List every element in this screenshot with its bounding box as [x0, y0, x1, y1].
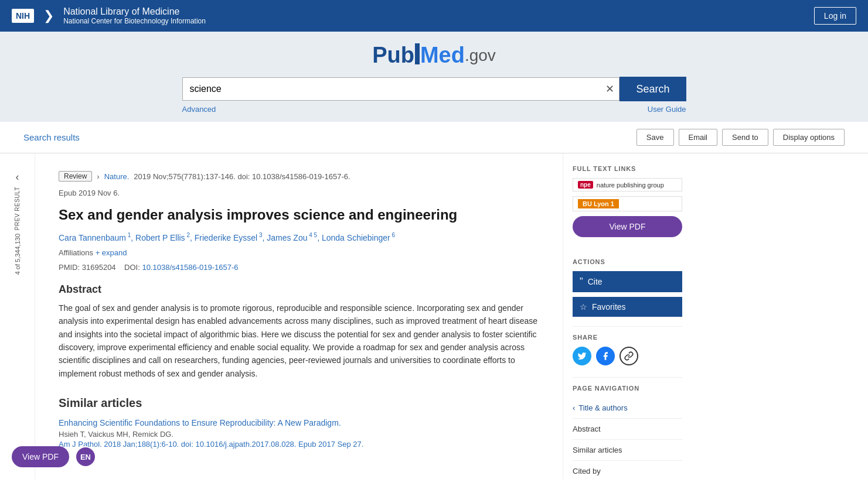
bu-link[interactable]: BU Lyon 1 [573, 196, 682, 211]
share-label: SHARE [573, 334, 682, 341]
search-input-wrap: ✕ [182, 77, 620, 101]
author-cara-tannenbaum[interactable]: Cara Tannenbaum [59, 233, 126, 242]
facebook-share-icon[interactable] [596, 347, 615, 365]
similar-article-1: Enhancing Scientific Foundations to Ensu… [59, 418, 539, 449]
abstract-text: The goal of sex and gender analysis is t… [59, 302, 539, 380]
pubmed-logo-bookmark [414, 42, 420, 69]
cite-button[interactable]: " Cite [573, 271, 682, 292]
nih-arrow-icon: ❯ [43, 8, 54, 23]
clear-search-button[interactable]: ✕ [605, 83, 614, 95]
search-results-breadcrumb[interactable]: Search results [23, 132, 80, 142]
email-button[interactable]: Email [679, 129, 718, 146]
author-friederike-eyssel[interactable]: Friederike Eyssel [195, 233, 257, 242]
advanced-search-link[interactable]: Advanced [182, 105, 216, 114]
nav-similar-label: Similar articles [573, 446, 622, 454]
result-position: 4 of 5,344,130 [14, 234, 21, 275]
login-button[interactable]: Log in [814, 7, 856, 25]
affiliations-row: Affiliations + expand [59, 248, 539, 257]
prev-result-label: PREV RESULT [14, 187, 21, 230]
actions-section: ACTIONS " Cite ☆ Favorites [573, 258, 682, 317]
nav-cited-by[interactable]: Cited by [573, 461, 682, 479]
nav-cited-label: Cited by [573, 467, 601, 475]
nav-similar-articles[interactable]: Similar articles [573, 440, 682, 461]
full-text-links-section: FULL TEXT LINKS npe nature publishing gr… [573, 165, 682, 249]
chevron-left-icon: ‹ [573, 403, 575, 412]
send-to-button[interactable]: Send to [722, 129, 768, 146]
content-area: Review › Nature. 2019 Nov;575(7781):137-… [35, 153, 563, 479]
search-row: ✕ Search [182, 77, 686, 101]
share-icons [573, 347, 682, 365]
left-sidebar: ‹ PREV RESULT 4 of 5,344,130 [0, 153, 35, 479]
chevron-icon: › [97, 172, 99, 181]
nih-badge: NIH [12, 9, 34, 23]
journal-link[interactable]: Nature. [104, 172, 130, 181]
similar-article-1-authors: Hsieh T, Vaickus MH, Remick DG. [59, 430, 539, 439]
copy-link-icon[interactable] [619, 347, 638, 365]
toolbar: Search results Save Email Send to Displa… [0, 122, 868, 153]
actions-label: ACTIONS [573, 258, 682, 265]
pmid-doi-row: PMID: 31695204 DOI: 10.1038/s41586-019-1… [59, 263, 539, 272]
nih-logo: NIH ❯ National Library of Medicine Natio… [12, 6, 206, 25]
review-badge: Review [59, 171, 92, 182]
author-robert-ellis[interactable]: Robert P Ellis [135, 233, 185, 242]
divider-2 [573, 377, 682, 378]
twitter-share-icon[interactable] [573, 347, 591, 365]
search-area: Pub Med .gov ✕ Search Advanced User Guid… [0, 32, 868, 122]
bottom-float: View PDF EN [12, 446, 96, 467]
share-section: SHARE [573, 334, 682, 365]
nih-org-name: National Library of Medicine [63, 6, 206, 17]
page-nav-section: PAGE NAVIGATION ‹ Title & authors Abstra… [573, 385, 682, 479]
cite-label: Cite [588, 277, 603, 286]
full-text-links-label: FULL TEXT LINKS [573, 165, 682, 172]
favorites-label: Favorites [592, 302, 626, 312]
nih-org-subtitle: National Center for Biotechnology Inform… [63, 17, 206, 25]
article-meta: Review › Nature. 2019 Nov;575(7781):137-… [59, 171, 539, 182]
nav-title-authors[interactable]: ‹ Title & authors [573, 398, 682, 419]
abstract-title: Abstract [59, 283, 539, 296]
pubmed-logo-gov: .gov [465, 46, 496, 65]
nav-title-authors-label: Title & authors [578, 403, 627, 412]
nih-org-text: National Library of Medicine National Ce… [63, 6, 206, 25]
right-sidebar: FULL TEXT LINKS npe nature publishing gr… [563, 153, 692, 479]
search-button[interactable]: Search [619, 77, 686, 101]
npg-text: nature publishing group [597, 182, 664, 189]
epub-info: Epub 2019 Nov 6. [59, 189, 539, 197]
bu-badge: BU Lyon 1 [578, 199, 619, 208]
search-input[interactable] [183, 78, 619, 100]
author-james-zou[interactable]: James Zou [267, 233, 307, 242]
pmid-value: 31695204 [82, 263, 116, 272]
authors-list: Cara Tannenbaum 1, Robert P Ellis 2, Fri… [59, 232, 539, 242]
star-icon: ☆ [580, 302, 587, 312]
save-button[interactable]: Save [636, 129, 674, 146]
doi-link[interactable]: 10.1038/s41586-019-1657-6 [142, 263, 238, 272]
article-title: Sex and gender analysis improves science… [59, 206, 539, 224]
nav-abstract[interactable]: Abstract [573, 419, 682, 440]
user-guide-link[interactable]: User Guide [648, 105, 686, 114]
doi-label: DOI: [124, 263, 140, 272]
prev-result-arrow[interactable]: ‹ [16, 171, 19, 183]
nih-header: NIH ❯ National Library of Medicine Natio… [0, 0, 868, 32]
pubmed-logo-med: Med [420, 43, 465, 68]
similar-article-1-citation: Am J Pathol. 2018 Jan;188(1):6-10. doi: … [59, 440, 539, 449]
nav-abstract-label: Abstract [573, 425, 601, 433]
view-pdf-sidebar-button[interactable]: View PDF [573, 216, 682, 237]
display-options-button[interactable]: Display options [773, 129, 845, 146]
divider-1 [573, 326, 682, 327]
npg-link[interactable]: npe nature publishing group [573, 178, 682, 191]
similar-articles-title: Similar articles [59, 396, 539, 410]
pmid-label: PMID: [59, 263, 80, 272]
view-pdf-float-button[interactable]: View PDF [12, 446, 69, 467]
quote-icon: " [580, 276, 583, 287]
author-londa-schiebinger[interactable]: Londa Schiebinger [322, 233, 390, 242]
favorites-button[interactable]: ☆ Favorites [573, 297, 682, 317]
expand-affiliations-link[interactable]: + expand [96, 248, 127, 257]
main-layout: ‹ PREV RESULT 4 of 5,344,130 Review › Na… [0, 153, 868, 479]
pubmed-logo-pub: Pub [372, 43, 414, 68]
similar-article-1-link[interactable]: Enhancing Scientific Foundations to Ensu… [59, 418, 341, 427]
article-citation-info: 2019 Nov;575(7781):137-146. doi: 10.1038… [134, 172, 350, 181]
language-badge[interactable]: EN [75, 446, 96, 467]
page-nav-label: PAGE NAVIGATION [573, 385, 682, 392]
search-links: Advanced User Guide [182, 105, 686, 114]
affiliations-label: Affiliations [59, 248, 93, 257]
npg-badge: npe [578, 181, 593, 189]
